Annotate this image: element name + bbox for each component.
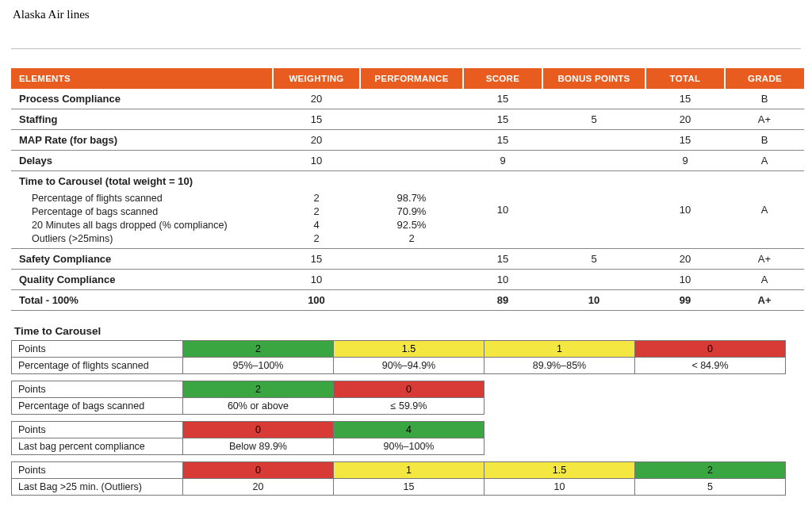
rubric-cell: 1.5 [334, 341, 485, 358]
cell-total: 99 [645, 290, 725, 311]
rubric-cell: 1 [485, 341, 635, 358]
cell-performance [360, 151, 463, 171]
rubric-row: Points21.510 [12, 341, 786, 358]
col-elements: ELEMENTS [11, 68, 273, 89]
col-total: TOTAL [645, 68, 725, 89]
rubric-label: Percentage of bags scanned [12, 398, 183, 415]
cell-performance [360, 270, 463, 290]
rubric-row: Points20 [12, 381, 485, 398]
rubric-cell: 10 [485, 479, 635, 496]
cell-weighting: 20 [273, 89, 360, 109]
cell-bonus: 10 [542, 290, 645, 311]
cell-sub-label: Percentage of bags scanned [11, 205, 273, 218]
cell-performance [360, 109, 463, 130]
header-row: ELEMENTS WEIGHTING PERFORMANCE SCORE BON… [11, 68, 804, 89]
rubric-label: Points [12, 462, 183, 479]
cell-element: Delays [11, 151, 273, 171]
rubric-label: Points [12, 341, 183, 358]
table-row: Quality Compliance101010A [11, 270, 804, 290]
rubric-cell: 2 [183, 341, 334, 358]
cell-element: Total - 100% [11, 290, 273, 311]
cell-weighting: 10 [273, 151, 360, 171]
rubric-row: Points011.52 [12, 462, 786, 479]
cell-element: MAP Rate (for bags) [11, 130, 273, 151]
cell-grade: A+ [725, 249, 804, 270]
rubric-cell: 89.9%–85% [485, 358, 635, 374]
cell-grade: A+ [725, 290, 804, 311]
cell-performance: 2 [360, 232, 463, 249]
cell-performance: 92.5% [360, 218, 463, 232]
rubric-row: Last Bag >25 min. (Outliers)2015105 [12, 479, 786, 496]
cell-total: 10 [645, 270, 725, 290]
rubric-row: Percentage of bags scanned60% or above≤ … [12, 398, 485, 415]
rubric-table: Points21.510Percentage of flights scanne… [11, 340, 786, 374]
rubric-table: Points04Last bag percent complianceBelow… [11, 421, 485, 455]
cell-sub-label: 20 Minutes all bags dropped (% complianc… [11, 218, 273, 232]
rubric-container: Points21.510Percentage of flights scanne… [11, 340, 801, 496]
cell-grade: A [725, 171, 804, 249]
cell-grade: B [725, 130, 804, 151]
rubric-cell: 0 [635, 341, 786, 358]
cell-grade: A+ [725, 109, 804, 130]
col-weighting: WEIGHTING [273, 68, 360, 89]
table-row: Time to Carousel (total weight = 10)1010… [11, 171, 804, 192]
cell-total: 10 [645, 171, 725, 249]
cell-weighting: 15 [273, 249, 360, 270]
rubric-cell: 90%–100% [334, 438, 485, 455]
cell-bonus: 5 [542, 109, 645, 130]
cell-bonus [542, 171, 645, 249]
rubric-cell: 5 [635, 479, 786, 496]
page-title: Alaska Air lines [13, 8, 801, 21]
page: Alaska Air lines ELEMENTS WEIGHTING PERF… [0, 0, 812, 513]
table-row: Safety Compliance1515520A+ [11, 249, 804, 270]
cell-weighting: 15 [273, 109, 360, 130]
rubric-cell: 0 [183, 462, 334, 479]
rubric-cell: 4 [334, 422, 485, 438]
rubric-cell: 0 [334, 381, 485, 398]
cell-score: 15 [463, 130, 542, 151]
cell-element: Time to Carousel (total weight = 10) [11, 171, 273, 192]
rubric-table: Points011.52Last Bag >25 min. (Outliers)… [11, 461, 786, 496]
rubric-cell: 90%–94.9% [334, 358, 485, 374]
cell-total: 15 [645, 89, 725, 109]
cell-bonus: 5 [542, 249, 645, 270]
cell-weighting: 10 [273, 270, 360, 290]
rubric-label: Percentage of flights scanned [12, 358, 183, 374]
rubric-cell: 1 [334, 462, 485, 479]
table-row: Total - 100%100891099A+ [11, 290, 804, 311]
table-row: MAP Rate (for bags)201515B [11, 130, 804, 151]
rubric-cell: 60% or above [183, 398, 334, 415]
cell-score: 10 [463, 171, 542, 249]
cell-weighting: 4 [273, 218, 360, 232]
cell-performance [360, 89, 463, 109]
cell-score: 15 [463, 89, 542, 109]
cell-score: 10 [463, 270, 542, 290]
cell-score: 15 [463, 249, 542, 270]
cell-grade: A [725, 151, 804, 171]
rubric-cell: 20 [183, 479, 334, 496]
cell-total: 15 [645, 130, 725, 151]
rubric-label: Points [12, 381, 183, 398]
cell-element: Staffing [11, 109, 273, 130]
rubric-row: Last bag percent complianceBelow 89.9%90… [12, 438, 485, 455]
cell-grade: B [725, 89, 804, 109]
rubric-label: Points [12, 422, 183, 438]
cell-performance: 98.7% [360, 191, 463, 205]
cell-sub-label: Percentage of flights scanned [11, 191, 273, 205]
col-grade: GRADE [725, 68, 804, 89]
rubric-cell: Below 89.9% [183, 438, 334, 455]
cell-total: 9 [645, 151, 725, 171]
col-performance: PERFORMANCE [360, 68, 463, 89]
cell-performance: 70.9% [360, 205, 463, 218]
cell-total: 20 [645, 249, 725, 270]
rubric-cell: 95%–100% [183, 358, 334, 374]
cell-element: Quality Compliance [11, 270, 273, 290]
table-row: Process Compliance201515B [11, 89, 804, 109]
cell-bonus [542, 130, 645, 151]
cell-weighting: 100 [273, 290, 360, 311]
rubric-cell: 2 [183, 381, 334, 398]
cell-weighting: 2 [273, 232, 360, 249]
rubric-row: Points04 [12, 422, 485, 438]
rubric-table: Points20Percentage of bags scanned60% or… [11, 381, 485, 415]
cell-score: 15 [463, 109, 542, 130]
